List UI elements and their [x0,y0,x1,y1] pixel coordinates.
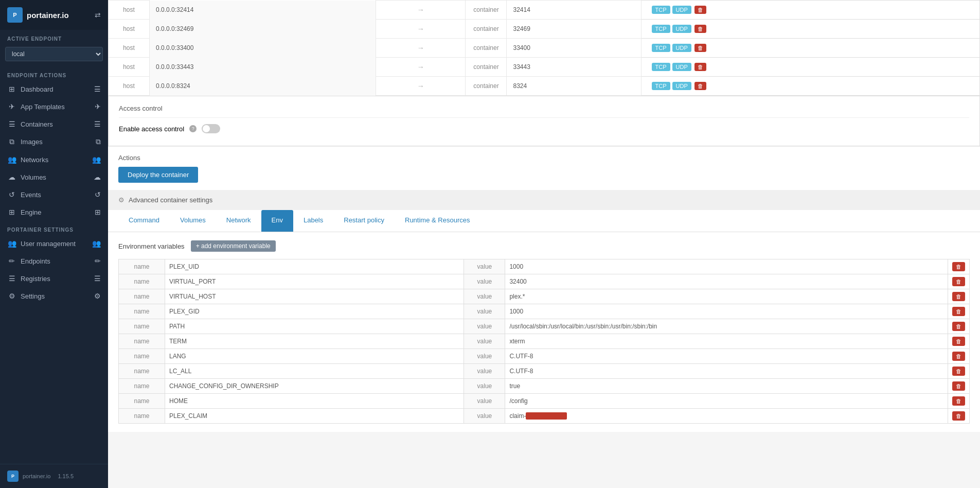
env-value-input-2[interactable]: plex.* [505,289,948,304]
user-management-icon: 👥 [7,239,16,248]
udp-button-2[interactable]: UDP [672,44,691,52]
env-delete-button-10[interactable]: 🗑 [952,411,965,421]
sidebar-item-engine[interactable]: ⊞ Engine ⊞ [0,203,108,221]
env-value-input-10[interactable]: claim- [505,409,948,424]
remove-port-button-3[interactable]: 🗑 [694,63,706,71]
env-value-input-7[interactable]: C.UTF-8 [505,364,948,379]
sidebar-item-networks[interactable]: 👥 Networks 👥 [0,151,108,168]
remove-port-button-4[interactable]: 🗑 [694,82,706,90]
deploy-button[interactable]: Deploy the container [118,167,198,183]
add-env-button[interactable]: + add environment variable [191,240,276,252]
env-delete-button-4[interactable]: 🗑 [952,322,965,331]
env-delete-button-8[interactable]: 🗑 [952,381,965,391]
env-value-input-3[interactable]: 1000 [505,304,948,319]
sidebar-item-label: Images [21,138,43,146]
tcp-button-1[interactable]: TCP [652,25,670,33]
env-value-input-6[interactable]: C.UTF-8 [505,349,948,364]
env-name-input-2[interactable]: VIRTUAL_HOST [165,289,464,304]
sidebar-item-containers[interactable]: ☰ Containers ☰ [0,115,108,133]
endpoint-select[interactable]: local [5,47,103,61]
env-value-label: value [464,259,505,274]
sidebar-item-dashboard[interactable]: ⊞ Dashboard ☰ [0,80,108,98]
env-table-row: name HOME value /config 🗑 [119,394,970,409]
sidebar-item-registries[interactable]: ☰ Registries ☰ [0,270,108,287]
env-delete-button-3[interactable]: 🗑 [952,307,965,316]
sidebar-item-settings[interactable]: ⚙ Settings ⚙ [0,287,108,305]
tcp-button-4[interactable]: TCP [652,82,670,90]
help-icon[interactable]: ? [189,125,197,132]
access-control-header: Access control [119,104,969,118]
udp-button-3[interactable]: UDP [672,63,691,71]
sidebar-toggle-icon[interactable]: ⇄ [95,11,101,19]
access-control-toggle[interactable] [202,124,220,133]
env-name-input-9[interactable]: HOME [165,394,464,409]
udp-button-0[interactable]: UDP [672,6,691,14]
env-name-input-1[interactable]: VIRTUAL_PORT [165,274,464,289]
enable-access-control-label: Enable access control [119,125,184,133]
env-name-input-3[interactable]: PLEX_GID [165,304,464,319]
port-num-0: 32414 [507,1,641,20]
env-delete-button-9[interactable]: 🗑 [952,396,965,406]
env-table-row: name LC_ALL value C.UTF-8 🗑 [119,364,970,379]
sidebar-item-label: Networks [21,156,48,164]
env-delete-button-6[interactable]: 🗑 [952,352,965,361]
tab-network[interactable]: Network [216,210,261,232]
sidebar-item-user-management[interactable]: 👥 User management 👥 [0,235,108,252]
env-name-input-5[interactable]: TERM [165,334,464,349]
env-value-input-1[interactable]: 32400 [505,274,948,289]
remove-port-button-1[interactable]: 🗑 [694,25,706,33]
env-value-input-9[interactable]: /config [505,394,948,409]
tab-labels[interactable]: Labels [293,210,333,232]
env-name-input-8[interactable]: CHANGE_CONFIG_DIR_OWNERSHIP [165,379,464,394]
env-delete-button-7[interactable]: 🗑 [952,367,965,376]
env-name-input-4[interactable]: PATH [165,319,464,334]
ip-input-3[interactable]: 0.0.0.0:33443 [150,58,376,77]
ip-input-0[interactable]: 0.0.0.0:32414 [150,1,376,20]
env-delete-button-1[interactable]: 🗑 [952,277,965,286]
remove-port-button-0[interactable]: 🗑 [694,6,706,14]
ip-input-1[interactable]: 0.0.0.0:32469 [150,20,376,39]
portainer-settings-label: PORTAINER SETTINGS [0,221,108,235]
sidebar-item-volumes[interactable]: ☁ Volumes ☁ [0,168,108,186]
env-value-input-8[interactable]: true [505,379,948,394]
env-name-input-6[interactable]: LANG [165,349,464,364]
env-delete-button-2[interactable]: 🗑 [952,292,965,301]
udp-button-4[interactable]: UDP [672,82,691,90]
tab-runtime-resources[interactable]: Runtime & Resources [395,210,480,232]
env-value-input-0[interactable]: 1000 [505,259,948,274]
tcp-button-0[interactable]: TCP [652,6,670,14]
env-value-input-4[interactable]: /usr/local/sbin:/usr/local/bin:/usr/sbin… [505,319,948,334]
tcp-button-3[interactable]: TCP [652,63,670,71]
events-nav-icon: ↺ [95,190,101,199]
tcp-button-2[interactable]: TCP [652,44,670,52]
networks-icon: 👥 [7,155,16,164]
env-name-input-0[interactable]: PLEX_UID [165,259,464,274]
sidebar-item-images[interactable]: ⧉ Images ⧉ [0,133,108,151]
sidebar-item-app-templates[interactable]: ✈ App Templates ✈ [0,98,108,115]
sidebar-item-events[interactable]: ↺ Events ↺ [0,186,108,203]
env-table-row: name TERM value xterm 🗑 [119,334,970,349]
env-delete-button-5[interactable]: 🗑 [952,337,965,346]
tab-restart-policy[interactable]: Restart policy [333,210,395,232]
advanced-settings-title: Advanced container settings [129,196,212,204]
sidebar-item-endpoints[interactable]: ✏ Endpoints ✏ [0,252,108,270]
tab-command[interactable]: Command [118,210,170,232]
udp-button-1[interactable]: UDP [672,25,691,33]
ip-input-2[interactable]: 0.0.0.0:33400 [150,39,376,58]
port-num-3: 33443 [507,58,641,77]
env-delete-button-0[interactable]: 🗑 [952,262,965,271]
endpoint-actions-label: ENDPOINT ACTIONS [0,66,108,80]
tab-env[interactable]: Env [261,210,293,232]
tab-volumes[interactable]: Volumes [170,210,216,232]
env-name-input-7[interactable]: LC_ALL [165,364,464,379]
ip-input-4[interactable]: 0.0.0.0:8324 [150,77,376,96]
access-control-row: Enable access control ? [119,124,969,133]
active-endpoint-selector[interactable]: local [5,47,103,61]
env-name-input-10[interactable]: PLEX_CLAIM [165,409,464,424]
remove-port-button-2[interactable]: 🗑 [694,44,706,52]
tabs-bar: Command Volumes Network Env Labels Resta… [108,210,980,232]
containers-icon: ☰ [7,120,16,128]
env-value-label: value [464,319,505,334]
app-templates-nav-icon: ✈ [95,102,101,111]
env-value-input-5[interactable]: xterm [505,334,948,349]
